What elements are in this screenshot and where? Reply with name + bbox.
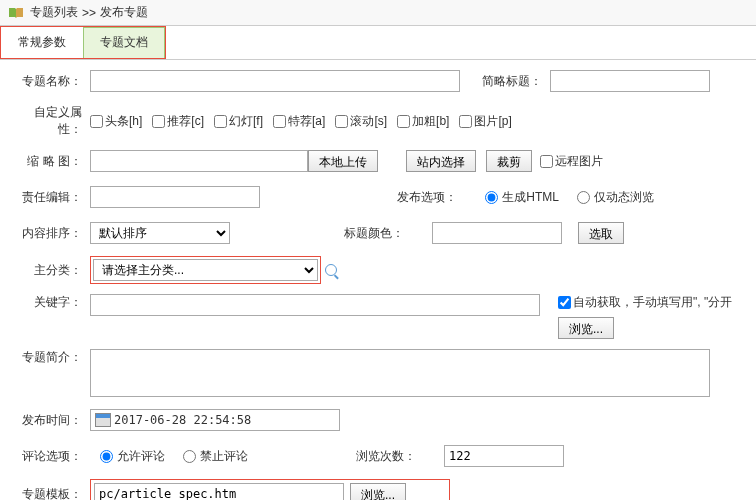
form-body: 专题名称： 简略标题： 自定义属性： 头条[h] 推荐[c] 幻灯[f] 特荐[…: [0, 60, 756, 500]
thumb-input[interactable]: [90, 150, 308, 172]
label-topic-name: 专题名称：: [12, 73, 90, 90]
template-input[interactable]: [94, 483, 344, 500]
magnify-icon[interactable]: [325, 264, 337, 276]
editor-input[interactable]: [90, 186, 260, 208]
book-icon: [8, 7, 24, 19]
breadcrumb-current: 发布专题: [100, 4, 148, 21]
label-views: 浏览次数：: [354, 448, 424, 465]
keywords-input[interactable]: [90, 294, 540, 316]
label-main-cat: 主分类：: [12, 262, 90, 279]
label-sort: 内容排序：: [12, 225, 90, 242]
template-browse-button[interactable]: 浏览...: [350, 483, 406, 500]
chk-scroll[interactable]: [335, 115, 348, 128]
label-thumb: 缩 略 图：: [12, 153, 90, 170]
pub-time-value[interactable]: 2017-06-28 22:54:58: [114, 413, 251, 427]
label-intro: 专题简介：: [12, 349, 90, 366]
tab-topic-doc[interactable]: 专题文档: [83, 27, 165, 58]
chk-recommend[interactable]: [152, 115, 165, 128]
pick-color-button[interactable]: 选取: [578, 222, 624, 244]
radio-gen-html[interactable]: [485, 191, 498, 204]
main-cat-select[interactable]: 请选择主分类...: [93, 259, 318, 281]
keywords-browse-button[interactable]: 浏览...: [558, 317, 614, 339]
tabs: 常规参数 专题文档: [0, 26, 756, 60]
custom-attr-group: 头条[h] 推荐[c] 幻灯[f] 特荐[a] 滚动[s] 加粗[b] 图片[p…: [90, 113, 512, 130]
chk-remote-img[interactable]: [540, 155, 553, 168]
label-comment-opt: 评论选项：: [12, 448, 90, 465]
views-input[interactable]: [444, 445, 564, 467]
breadcrumb-sep: >>: [82, 6, 96, 20]
calendar-icon[interactable]: [95, 413, 111, 427]
label-title-color: 标题颜色：: [342, 225, 412, 242]
label-custom-attr: 自定义属性：: [12, 104, 90, 138]
breadcrumb: 专题列表 >> 发布专题: [0, 0, 756, 26]
chk-image[interactable]: [459, 115, 472, 128]
template-redbox: 浏览...: [90, 479, 450, 500]
breadcrumb-list[interactable]: 专题列表: [30, 4, 78, 21]
label-keywords: 关键字：: [12, 294, 90, 311]
short-title-input[interactable]: [550, 70, 710, 92]
chk-bold[interactable]: [397, 115, 410, 128]
chk-auto-fetch[interactable]: [558, 296, 571, 309]
label-editor: 责任编辑：: [12, 189, 90, 206]
label-template: 专题模板：: [12, 486, 90, 501]
radio-forbid-comment[interactable]: [183, 450, 196, 463]
radio-dynamic-only[interactable]: [577, 191, 590, 204]
local-upload-button[interactable]: 本地上传: [308, 150, 378, 172]
tab-normal-params[interactable]: 常规参数: [1, 27, 83, 58]
crop-button[interactable]: 裁剪: [486, 150, 532, 172]
chk-special[interactable]: [273, 115, 286, 128]
chk-slide[interactable]: [214, 115, 227, 128]
label-short-title: 简略标题：: [480, 73, 550, 90]
topic-name-input[interactable]: [90, 70, 460, 92]
label-pub-time: 发布时间：: [12, 412, 90, 429]
main-cat-redbox: 请选择主分类...: [90, 256, 321, 284]
site-select-button[interactable]: 站内选择: [406, 150, 476, 172]
radio-allow-comment[interactable]: [100, 450, 113, 463]
intro-textarea[interactable]: [90, 349, 710, 397]
label-publish-opt: 发布选项：: [395, 189, 465, 206]
chk-headline[interactable]: [90, 115, 103, 128]
title-color-input[interactable]: [432, 222, 562, 244]
sort-select[interactable]: 默认排序: [90, 222, 230, 244]
